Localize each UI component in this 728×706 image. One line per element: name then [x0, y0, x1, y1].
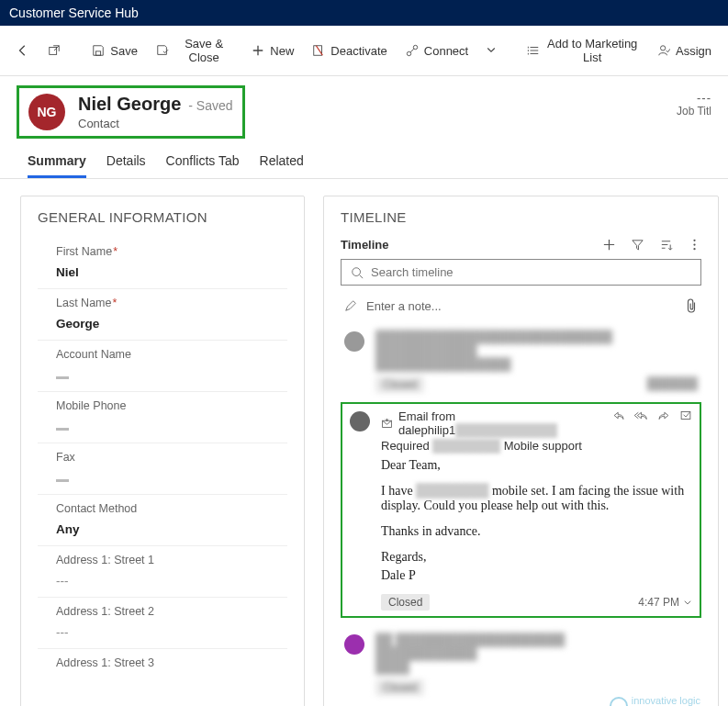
assign-button[interactable]: Assign [650, 40, 719, 62]
field-street1[interactable]: Address 1: Street 1 --- [38, 546, 287, 598]
note-placeholder: Enter a note... [366, 299, 442, 313]
connect-icon [406, 44, 419, 57]
timeline-item-email[interactable]: Email from dalephilip1████████████ Requi… [350, 409, 692, 611]
field-account[interactable]: Account Name [38, 341, 287, 392]
assign-icon [657, 44, 670, 57]
timeline-title: TIMELINE [341, 209, 701, 225]
timeline-header-label: Timeline [341, 238, 389, 252]
field-street2[interactable]: Address 1: Street 2 --- [38, 598, 287, 649]
timeline-sort-icon[interactable] [659, 238, 673, 252]
email-greeting: Dear Team, [381, 458, 692, 473]
field-first-name[interactable]: First Name Niel [38, 238, 287, 289]
header-right: --- Job Titl [677, 85, 711, 118]
timeline-card: TIMELINE Timeline Enter a note... [323, 196, 719, 706]
tab-details[interactable]: Details [106, 146, 146, 178]
email-thanks: Thanks in advance. [381, 524, 692, 539]
deactivate-button[interactable]: Deactivate [305, 40, 394, 62]
field-last-name[interactable]: Last Name George [38, 289, 287, 341]
tab-list: Summary Details Conflicts Tab Related [0, 146, 728, 179]
timeline-add-icon[interactable] [602, 238, 616, 252]
svg-point-9 [353, 267, 361, 275]
svg-point-3 [407, 51, 410, 55]
timeline-note-row[interactable]: Enter a note... [341, 293, 701, 322]
timeline-item-1[interactable]: ████████████████████████████ ███████████… [341, 322, 701, 400]
svg-point-7 [693, 243, 695, 245]
field-mobile[interactable]: Mobile Phone [38, 392, 287, 443]
timeline-filter-icon[interactable] [631, 238, 644, 252]
general-info-card: GENERAL INFORMATION First Name Niel Last… [20, 196, 305, 706]
chevron-down-icon [485, 43, 498, 56]
field-contact-method[interactable]: Contact Method Any [38, 495, 287, 546]
watermark-icon [610, 697, 628, 706]
general-title: GENERAL INFORMATION [38, 209, 287, 225]
job-title-value: --- [677, 91, 711, 105]
save-close-button[interactable]: Save & Close [149, 33, 241, 68]
popout-icon [48, 44, 61, 57]
last-name-value: George [56, 317, 287, 331]
list-icon [527, 44, 540, 57]
record-header: NG Niel George - Saved Contact --- Job T… [0, 76, 728, 146]
record-header-highlight: NG Niel George - Saved Contact [17, 85, 245, 139]
add-marketing-list-button[interactable]: Add to Marketing List [520, 33, 646, 68]
field-street3[interactable]: Address 1: Street 3 [38, 649, 287, 686]
svg-rect-1 [96, 51, 101, 55]
record-type: Contact [78, 117, 233, 130]
contact-method-label: Contact Method [56, 502, 287, 515]
timeline-item-3[interactable]: ██ ████████████████████ ████████████ ███… [341, 625, 701, 703]
timeline-search[interactable] [341, 259, 701, 286]
street1-value: --- [56, 574, 287, 588]
email-body: Dear Team, I have ████████ mobile set. I… [381, 458, 692, 583]
svg-rect-0 [50, 48, 57, 55]
tab-related[interactable]: Related [260, 146, 304, 178]
search-icon [351, 266, 364, 279]
forward-icon[interactable] [657, 409, 670, 453]
fax-label: Fax [56, 451, 287, 464]
save-label: Save [110, 44, 138, 58]
reply-all-icon[interactable] [634, 409, 648, 453]
email-body-1: I have ████████ mobile set. I am facing … [381, 484, 692, 513]
reply-icon[interactable] [612, 409, 625, 453]
assign-label: Assign [676, 44, 711, 58]
new-button[interactable]: New [244, 40, 301, 62]
attachment-icon[interactable] [685, 298, 698, 313]
pencil-icon [344, 299, 357, 312]
connect-dropdown-button[interactable] [479, 39, 503, 62]
street2-value: --- [56, 625, 287, 639]
deactivate-icon [312, 44, 325, 57]
timeline-item-3-avatar [344, 634, 364, 655]
deactivate-label: Deactivate [330, 44, 386, 58]
new-label: New [270, 44, 294, 58]
tab-summary[interactable]: Summary [28, 146, 86, 178]
watermark: innovative logicinogic [610, 695, 700, 706]
avatar: NG [28, 94, 65, 130]
save-button[interactable]: Save [84, 40, 145, 62]
app-header: Customer Service Hub [0, 0, 728, 26]
field-fax[interactable]: Fax [38, 443, 287, 495]
app-title: Customer Service Hub [9, 6, 139, 20]
timeline-more-icon[interactable] [688, 238, 701, 252]
save-close-icon [156, 44, 169, 57]
tab-conflicts[interactable]: Conflicts Tab [166, 146, 240, 178]
first-name-label: First Name [56, 245, 287, 258]
mobile-label: Mobile Phone [56, 399, 287, 412]
email-signature: Dale P [381, 568, 692, 583]
open-new-window-button[interactable] [40, 40, 68, 61]
timeline-search-input[interactable] [371, 265, 691, 279]
back-button[interactable] [9, 40, 37, 61]
email-time[interactable]: 4:47 PM [638, 596, 692, 609]
first-name-value: Niel [56, 265, 287, 279]
connect-label: Connect [424, 44, 468, 58]
email-regards: Regards, [381, 550, 692, 565]
svg-point-5 [660, 46, 665, 50]
email-from-label: Email from dalephilip1████████████ [398, 409, 612, 437]
job-title-label: Job Titl [677, 105, 711, 118]
account-label: Account Name [56, 348, 287, 361]
connect-button[interactable]: Connect [398, 40, 476, 62]
street3-label: Address 1: Street 3 [56, 656, 287, 669]
assign-email-icon[interactable] [679, 409, 692, 453]
mobile-value [56, 420, 287, 433]
save-icon [92, 44, 105, 57]
email-status-pill: Closed [381, 594, 430, 611]
email-subject: Required ████████ Mobile support [381, 439, 612, 453]
email-avatar [350, 411, 370, 431]
